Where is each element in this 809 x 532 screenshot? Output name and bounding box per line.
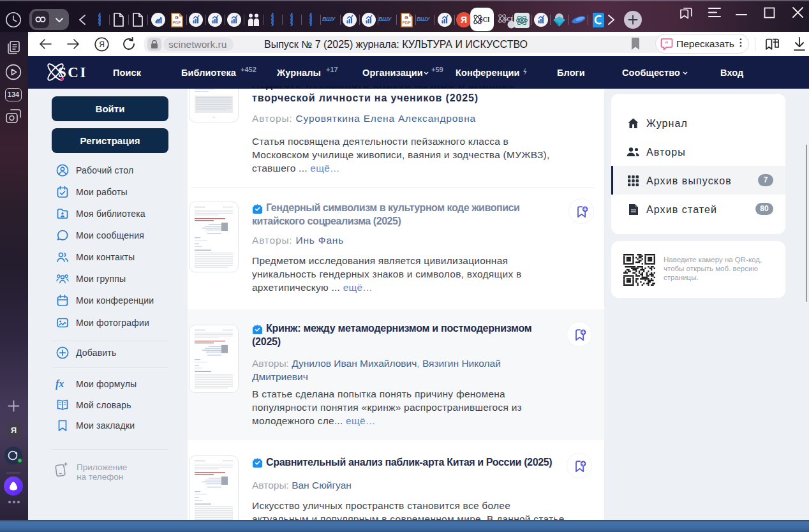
- svg-text:SCI: SCI: [480, 17, 490, 23]
- svg-text:G: G: [404, 15, 408, 20]
- svg-text:PDF: PDF: [173, 20, 181, 25]
- svg-text:G: G: [175, 15, 179, 20]
- svg-text:SCI: SCI: [58, 64, 87, 80]
- svg-text:“: “: [665, 40, 669, 47]
- svg-text:PDF: PDF: [403, 20, 411, 25]
- svg-text:Я: Я: [99, 40, 105, 49]
